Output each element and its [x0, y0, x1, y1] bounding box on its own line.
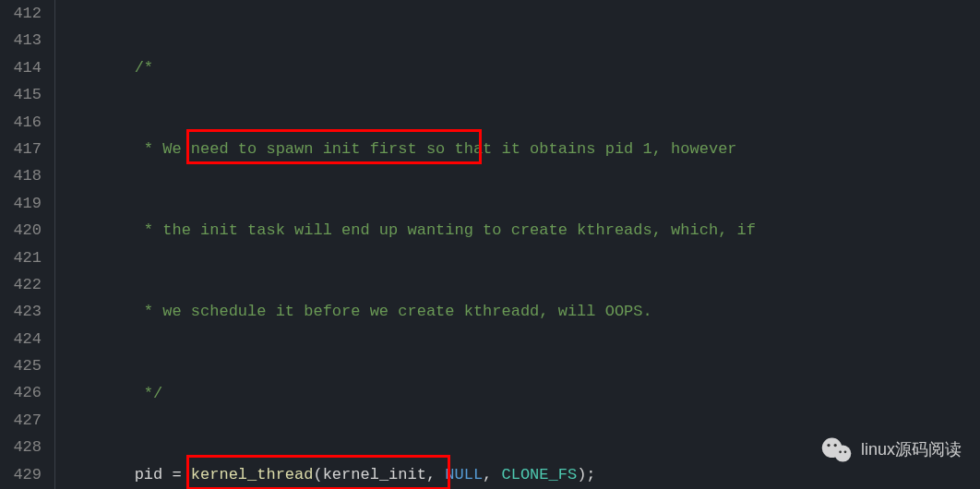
- watermark-text: linux源码阅读: [861, 436, 962, 463]
- line-number: 427: [7, 407, 42, 434]
- code-area[interactable]: /* * We need to spawn init first so that…: [55, 0, 765, 489]
- code-line[interactable]: * We need to spawn init first so that it…: [59, 136, 765, 162]
- wechat-icon: [820, 434, 854, 467]
- watermark: linux源码阅读: [820, 434, 962, 467]
- line-number: 426: [7, 379, 42, 406]
- line-number: 415: [7, 81, 42, 108]
- line-number: 424: [7, 326, 42, 352]
- svg-point-1: [834, 446, 851, 462]
- line-number: 419: [7, 190, 42, 217]
- code-line[interactable]: * we schedule it before we create kthrea…: [59, 298, 765, 325]
- line-number: 422: [7, 271, 42, 298]
- line-number: 421: [7, 244, 42, 271]
- code-line[interactable]: */: [59, 380, 765, 407]
- line-number: 423: [7, 298, 42, 325]
- line-number: 420: [7, 217, 42, 244]
- code-line[interactable]: pid = kernel_thread(kernel_init, NULL, C…: [59, 461, 765, 488]
- line-number: 412: [7, 0, 42, 27]
- code-editor[interactable]: 412 413 414 415 416 417 418 419 420 421 …: [0, 0, 980, 489]
- line-number: 429: [7, 461, 42, 488]
- line-number: 417: [7, 136, 42, 162]
- line-number: 413: [7, 27, 42, 54]
- svg-point-3: [834, 444, 837, 447]
- svg-point-2: [827, 444, 830, 447]
- line-number: 425: [7, 352, 42, 379]
- code-line[interactable]: * the init task will end up wanting to c…: [59, 217, 765, 244]
- line-gutter: 412 413 414 415 416 417 418 419 420 421 …: [0, 0, 55, 489]
- code-line[interactable]: /*: [59, 54, 765, 81]
- line-number: 416: [7, 109, 42, 136]
- line-number: 428: [7, 434, 42, 460]
- svg-point-5: [844, 450, 847, 453]
- svg-point-4: [839, 450, 842, 453]
- line-number: 418: [7, 162, 42, 189]
- line-number: 414: [7, 54, 42, 81]
